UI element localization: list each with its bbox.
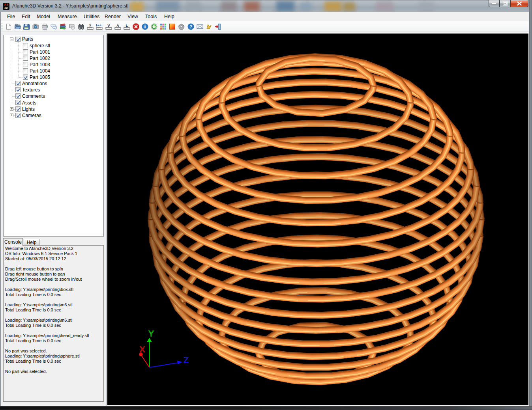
svg-text:Z: Z — [184, 356, 189, 364]
svg-text:V: V — [107, 23, 110, 28]
svg-text:Y: Y — [148, 329, 154, 338]
svg-text:?: ? — [189, 24, 192, 29]
svg-text:L: L — [126, 23, 128, 28]
svg-text:A: A — [116, 23, 119, 28]
svg-text:x: x — [89, 23, 91, 27]
svg-text:X: X — [140, 345, 145, 354]
